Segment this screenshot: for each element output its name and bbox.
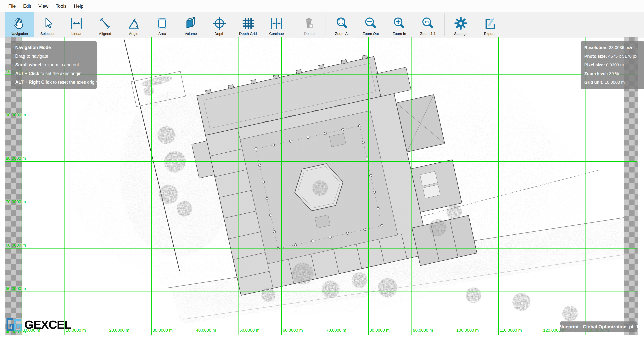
grid-icon [240,15,255,32]
tool-navigation[interactable]: Navigation [5,12,34,37]
zoom-1-1-icon: 1:1 [420,15,435,32]
menu-view[interactable]: View [35,3,52,9]
angle-measure-icon [126,15,141,32]
toolbar: Navigation Selection Linear [0,12,644,37]
svg-text:1:1: 1:1 [424,20,429,24]
tool-linear[interactable]: Linear [62,12,91,37]
toolbar-separator [326,13,326,36]
tool-zoom-1-1[interactable]: 1:1 Zoom 1:1 [414,12,442,37]
gexcel-logo: GEXCEL [6,318,71,332]
tool-label: Delete [304,32,315,36]
tool-label: Selection [40,32,56,36]
tool-label: Zoom 1:1 [420,32,436,36]
tool-label: Angle [129,32,138,36]
tool-aligned[interactable]: Aligned [91,12,119,37]
tool-label: Navigation [10,32,28,36]
tool-continue[interactable]: Continue [262,12,291,37]
tool-delete: Delete [295,12,324,37]
tool-volume[interactable]: Volume [176,12,205,37]
area-measure-icon [155,15,170,32]
tool-zoom-out[interactable]: Zoom Out [356,12,385,37]
tool-label: Depth Grid [239,32,257,36]
menu-file[interactable]: File [5,3,20,9]
photo-info-overlay: Resolution: 33.0036 px/m Photo size: 457… [581,41,644,89]
menu-help[interactable]: Help [70,3,87,9]
menu-bar: File Edit View Tools Help [0,0,644,12]
tool-label: Area [158,32,166,36]
document-name-badge: Blueprint - Global Optimization_pt_1 [560,322,637,332]
depth-crosshair-icon [212,15,227,32]
hand-icon [12,15,27,32]
map-viewport[interactable]: 0,0000 m10,0000 m20,0000 m30,0000 m40,00… [0,37,644,335]
continue-measure-icon [269,15,284,32]
volume-box-icon [184,15,198,32]
zoom-all-icon [335,15,350,32]
tool-selection[interactable]: Selection [34,12,62,37]
tool-angle[interactable]: Angle [119,12,148,37]
navigation-help-overlay: Navigation Mode Drag to navigate Scroll … [10,41,97,89]
help-title: Navigation Mode [15,45,51,50]
tool-label: Zoom All [335,32,349,36]
tool-label: Export [484,32,495,36]
tool-label: Zoom Out [363,32,379,36]
toolbar-separator [293,13,293,36]
tool-label: Linear [72,32,82,36]
gexcel-logo-text: GEXCEL [24,318,71,332]
export-icon [482,15,497,32]
tool-label: Aligned [99,32,111,36]
cursor-icon [40,15,55,32]
tool-label: Settings [454,32,468,36]
aligned-measure-icon [98,15,112,32]
trash-icon [302,15,317,32]
toolbar-separator [444,13,444,36]
blueprint-app-window: File Edit View Tools Help Navigation Sel… [0,0,644,339]
tool-depth-grid[interactable]: Depth Grid [234,12,262,37]
linear-measure-icon [69,15,84,32]
tool-zoom-all[interactable]: Zoom All [328,12,356,37]
tool-label: Volume [184,32,197,36]
tool-area[interactable]: Area [148,12,176,37]
tool-label: Continue [269,32,284,36]
menu-edit[interactable]: Edit [20,3,35,9]
zoom-out-icon [364,15,378,32]
tool-zoom-in[interactable]: Zoom In [385,12,414,37]
gexcel-logo-mark [6,318,23,332]
menu-tools[interactable]: Tools [52,3,70,9]
tool-settings[interactable]: Settings [446,12,475,37]
tool-label: Zoom In [392,32,406,36]
tool-label: Depth [214,32,224,36]
tool-export[interactable]: Export [475,12,504,37]
gear-icon [454,15,468,32]
zoom-in-icon [392,15,407,32]
tool-depth[interactable]: Depth [205,12,234,37]
